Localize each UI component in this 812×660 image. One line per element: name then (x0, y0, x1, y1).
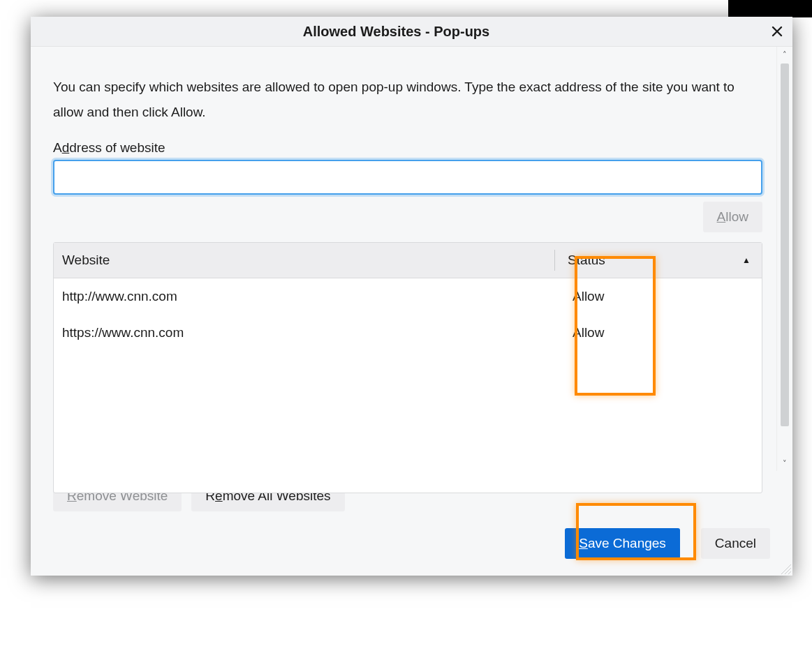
resize-grip-icon[interactable] (781, 564, 791, 574)
background-tab (728, 0, 812, 17)
cell-website: https://www.cnn.com (54, 325, 554, 340)
sort-asc-icon: ▲ (742, 255, 751, 265)
titlebar: Allowed Websites - Pop-ups (31, 17, 792, 47)
close-icon (772, 26, 783, 37)
exceptions-table: Website Status ▲ http://www.cnn.com Allo… (53, 242, 762, 493)
address-label: Address of website (53, 140, 762, 156)
cell-status: Allow (554, 325, 762, 340)
table-header: Website Status ▲ (54, 243, 762, 278)
scroll-up-icon[interactable]: ˄ (777, 47, 792, 62)
address-input[interactable] (53, 160, 762, 195)
table-row[interactable]: http://www.cnn.com Allow (54, 278, 762, 315)
scroll-thumb[interactable] (781, 63, 789, 426)
vertical-scrollbar[interactable]: ˄ ˅ (776, 47, 792, 471)
popup-exceptions-dialog: Allowed Websites - Pop-ups You can speci… (31, 17, 792, 576)
cell-website: http://www.cnn.com (54, 289, 554, 304)
save-changes-button[interactable]: Save Changes (565, 528, 680, 559)
cancel-button[interactable]: Cancel (701, 528, 770, 559)
cell-status: Allow (554, 289, 762, 304)
close-button[interactable] (762, 17, 792, 46)
dialog-title: Allowed Websites - Pop-ups (31, 24, 762, 40)
scroll-down-icon[interactable]: ˅ (777, 456, 792, 471)
column-header-status[interactable]: Status ▲ (555, 253, 762, 268)
allow-button[interactable]: Allow (703, 202, 762, 232)
dialog-description: You can specify which websites are allow… (53, 75, 762, 125)
table-row[interactable]: https://www.cnn.com Allow (54, 315, 762, 351)
column-header-website[interactable]: Website (54, 253, 554, 268)
